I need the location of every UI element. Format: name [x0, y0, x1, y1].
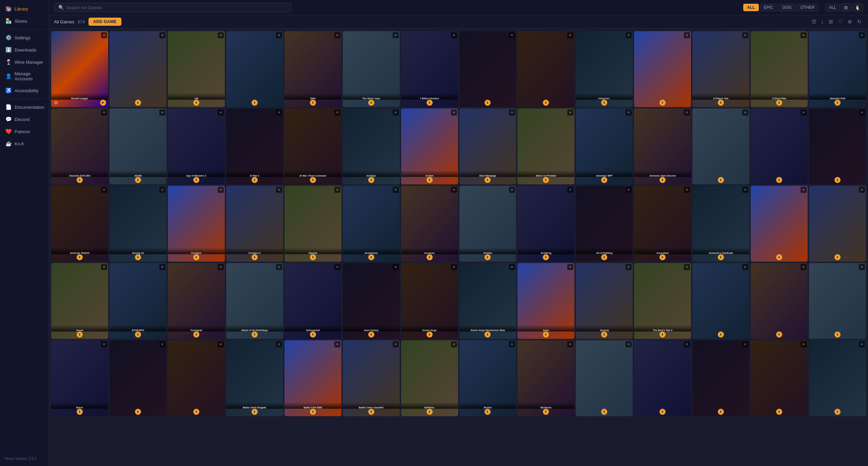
download-button[interactable]: ⬇: [368, 100, 374, 106]
download-button[interactable]: ⬇: [776, 409, 782, 415]
game-card[interactable]: ⊞⬇: [692, 108, 749, 184]
download-button[interactable]: ⬇: [776, 177, 782, 183]
game-card[interactable]: ⊞⬇The Silver Case: [343, 31, 400, 107]
search-input[interactable]: [66, 5, 287, 10]
download-button[interactable]: ⬇: [193, 177, 199, 183]
download-button[interactable]: ⬇: [543, 331, 549, 338]
download-button[interactable]: ⬇: [310, 177, 316, 183]
download-button[interactable]: ⬇: [427, 409, 433, 415]
game-card[interactable]: ⊞⬇: [634, 340, 691, 416]
platform-linux[interactable]: 🐧: [852, 3, 863, 12]
download-button[interactable]: ⬇: [601, 254, 607, 260]
download-button[interactable]: ⬇: [776, 254, 782, 260]
game-card[interactable]: ⊞⬇Aquaria: [284, 186, 341, 262]
download-button[interactable]: ⬇: [135, 177, 141, 183]
download-button[interactable]: ⬇: [718, 177, 724, 183]
download-button[interactable]: ⬇: [485, 100, 491, 106]
platform-windows[interactable]: ⊞: [841, 3, 851, 12]
download-button[interactable]: ⬇: [77, 409, 83, 415]
download-button[interactable]: ⬇: [368, 254, 374, 260]
download-button[interactable]: ⬇: [193, 331, 199, 338]
download-button[interactable]: ⬇: [135, 331, 141, 338]
game-card[interactable]: ⊞⬇Art of Fighting: [576, 186, 633, 262]
game-card[interactable]: ⊞⬇ADOM: [110, 108, 166, 184]
download-button[interactable]: ⬇: [659, 177, 666, 183]
game-card[interactable]: ⊞⬇ArcaneSoul: [343, 186, 400, 262]
sidebar-item-wine-manager[interactable]: 🍷 Wine Manager: [0, 56, 49, 68]
game-card[interactable]: ⊞⬇Battletec: [401, 340, 458, 416]
sidebar-item-library[interactable]: 📚 Library: [0, 3, 49, 15]
game-card[interactable]: ⊞⬇: [692, 340, 749, 416]
game-card[interactable]: ⊞⬇Amnesia: Dark Descent: [634, 108, 691, 184]
download-button[interactable]: ⬇: [310, 254, 316, 260]
sidebar-item-documentation[interactable]: 📄 Documentation: [0, 101, 49, 113]
download-button[interactable]: ⬇: [310, 409, 316, 415]
download-button[interactable]: ⬇: [543, 100, 549, 106]
download-button[interactable]: ⬇: [252, 100, 258, 106]
sidebar-item-kofi[interactable]: ☕ Ko-fi: [0, 138, 49, 150]
download-button[interactable]: ⬇: [252, 177, 258, 183]
game-card[interactable]: ⊞⬇Axiom Verge: [401, 263, 458, 339]
download-button[interactable]: ⬇: [659, 254, 666, 260]
download-button[interactable]: ⬇: [252, 409, 258, 415]
download-button[interactable]: ⬇: [601, 100, 607, 106]
game-card[interactable]: ⊞⬇: [809, 340, 866, 416]
game-card[interactable]: ⊞⬇7 Billion Humans: [401, 31, 458, 107]
sidebar-item-settings[interactable]: ⚙️ Settings: [0, 32, 49, 44]
game-card[interactable]: ⊞⬇Trudograd: [168, 263, 225, 339]
game-card[interactable]: ⊞⬇Armello: [459, 186, 516, 262]
game-card[interactable]: ⊞⬇BioShock: [517, 340, 574, 416]
download-button[interactable]: ⬇: [718, 331, 724, 338]
game-card[interactable]: ⊞⬇140: [168, 31, 225, 107]
game-card[interactable]: ⊞⬇Absolute Drift ZEN: [51, 108, 108, 184]
game-card[interactable]: ⊞⬇: [751, 186, 808, 262]
filter-all[interactable]: ALL: [743, 4, 758, 11]
game-card[interactable]: ⊞⬇The Bard's Tale 4: [634, 263, 691, 339]
game-card[interactable]: ⊞⬇: [809, 108, 866, 184]
download-button[interactable]: ⬇: [427, 254, 433, 260]
download-button[interactable]: ⬇: [252, 331, 258, 338]
download-button[interactable]: ⬇: [77, 254, 83, 260]
game-card[interactable]: ⊞⬇Battle Chef 4000: [284, 340, 341, 416]
download-button[interactable]: ⬇: [659, 409, 666, 415]
sidebar-item-accessibility[interactable]: ♿ Accessibility: [0, 84, 49, 97]
favorites-btn[interactable]: ♡: [836, 18, 844, 25]
download-button[interactable]: ⬇: [368, 177, 374, 183]
game-card[interactable]: ⊞⬇: [751, 263, 808, 339]
game-card[interactable]: ⊞⬇AI War: Fleet Command: [284, 108, 341, 184]
game-card[interactable]: ⊞⬇Battle Chefs Brigade: [226, 340, 283, 416]
download-button[interactable]: ⬇: [427, 100, 433, 106]
game-card[interactable]: ⊞⬇Among Us: [110, 186, 166, 262]
game-card[interactable]: ⊞⬇: [751, 340, 808, 416]
download-button[interactable]: ⬇: [193, 100, 199, 106]
game-card[interactable]: ⊞⬇Ascendant: [634, 186, 691, 262]
game-card[interactable]: ⊞⬇Aztez: [517, 263, 574, 339]
game-card[interactable]: ⊞⬇: [459, 31, 516, 107]
download-button[interactable]: ⬇: [310, 331, 316, 338]
card-settings-btn[interactable]: ⚙: [54, 100, 58, 105]
game-card[interactable]: ⊞⬇Amnesia: Rebirth: [51, 186, 108, 262]
game-card[interactable]: ⊞⬇Airships: [343, 108, 400, 184]
game-card[interactable]: ⊞⬇Automachef: [284, 263, 341, 339]
game-card[interactable]: ⊞⬇⚙▶Rocket League: [51, 31, 108, 107]
game-card[interactable]: ⊞⬇Tyranny: [576, 263, 633, 339]
game-card[interactable]: ⊞⬇A Short Hike: [751, 31, 808, 107]
game-card[interactable]: ⊞⬇: [634, 31, 691, 107]
game-card[interactable]: ⊞⬇: [110, 340, 166, 416]
search-box[interactable]: 🔍: [54, 3, 291, 12]
game-card[interactable]: ⊞⬇: [751, 108, 808, 184]
filter-gog[interactable]: GOG: [778, 4, 795, 11]
game-card[interactable]: ⊞⬇Asura: [51, 263, 108, 339]
game-card[interactable]: ⊞⬇: [517, 31, 574, 107]
game-card[interactable]: ⊞⬇Attack of the Earthlings: [226, 263, 283, 339]
game-card[interactable]: ⊞⬇Anodyne: [168, 186, 225, 262]
download-button[interactable]: ⬇: [485, 254, 491, 260]
download-button[interactable]: ⬇: [601, 177, 607, 183]
game-card[interactable]: ⊞⬇Anodyne 2: [226, 186, 283, 262]
download-button[interactable]: ⬇: [135, 254, 141, 260]
sidebar-item-discord[interactable]: 💬 Discord: [0, 113, 49, 125]
game-card[interactable]: ⊞⬇Baron: [51, 340, 108, 416]
sidebar-item-manage-accounts[interactable]: 👤 Manage Accounts: [0, 68, 49, 84]
game-card[interactable]: ⊞⬇Battle Chess Gauntlet: [343, 340, 400, 416]
download-button[interactable]: ⬇: [368, 331, 374, 338]
